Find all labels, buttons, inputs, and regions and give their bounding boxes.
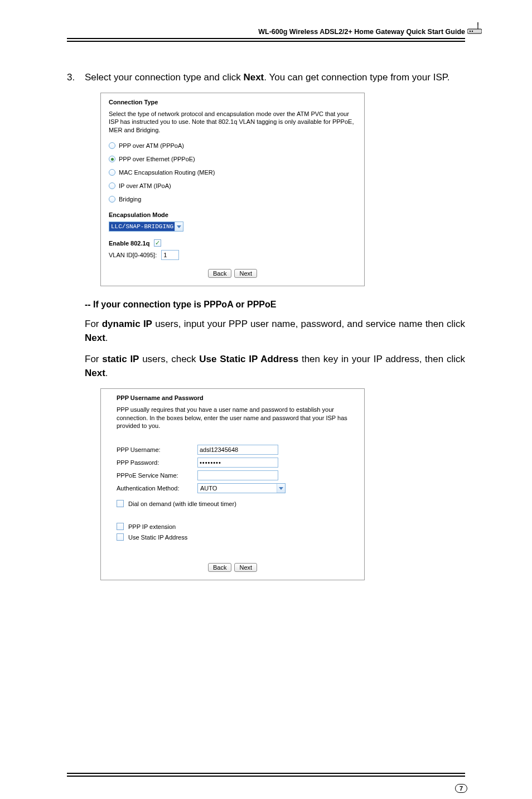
page-number: 7 [455,784,467,793]
radio-ipoa[interactable]: IP over ATM (IPoA) [109,182,356,189]
password-label: PPP Password: [117,459,197,466]
radio-label: IP over ATM (IPoA) [119,182,171,189]
back-button[interactable]: Back [208,563,231,572]
radio-mer[interactable]: MAC Encapsulation Routing (MER) [109,169,356,176]
footer-rule [67,776,465,777]
panel-desc: PPP usually requires that you have a use… [117,406,349,431]
text-part: For [85,319,102,329]
panel-title: PPP Username and Password [117,394,349,401]
auth-method-label: Authentication Method: [117,485,197,492]
text-part: . [105,333,108,343]
radio-bridging[interactable]: Bridging [109,196,356,203]
dial-on-demand-label: Dial on demand (with idle timeout timer) [128,500,236,507]
radio-label: PPP over Ethernet (PPPoE) [119,156,195,162]
password-input[interactable]: •••••••• [197,458,278,468]
step-text-bold: Next [243,72,264,83]
subsection-heading: -- If your connection type is PPPoA or P… [85,300,465,310]
back-button[interactable]: Back [208,269,231,278]
footer-rule [67,773,465,774]
step-number: 3. [67,71,85,85]
chevron-down-icon [175,222,183,231]
username-label: PPP Username: [117,446,197,453]
radio-label: PPP over ATM (PPPoA) [119,142,184,149]
panel-title: Connection Type [109,99,356,105]
radio-icon [109,196,115,203]
text-part: then key in your IP address, then click [298,354,465,364]
service-name-label: PPPoE Service Name: [117,472,197,479]
ppp-ip-extension-checkbox[interactable] [117,523,124,530]
username-input[interactable]: adsl12345648 [197,445,278,455]
router-icon [467,22,482,38]
select-value: LLC/SNAP-BRIDGING [109,222,175,231]
radio-icon [109,182,115,189]
step-text: Select your connection type and click Ne… [85,71,465,85]
service-name-input[interactable] [197,470,278,480]
radio-label: Bridging [119,196,141,203]
vlan-id-label: VLAN ID[0-4095]: [109,252,157,258]
encapsulation-label: Encapsulation Mode [109,211,356,218]
ppp-ip-extension-label: PPP IP extension [128,523,176,530]
use-static-ip-checkbox[interactable] [117,533,124,541]
radio-icon [109,156,115,162]
subsection-para: For dynamic IP users, input your PPP use… [85,317,465,345]
text-part: users, input your PPP user name, passwor… [152,319,465,329]
use-static-ip-label: Use Static IP Address [128,534,187,541]
enable-8021q-label: Enable 802.1q [109,240,149,247]
text-part: . [105,368,108,378]
svg-point-4 [472,31,473,32]
text-bold: static IP [102,354,139,364]
vlan-id-input[interactable]: 1 [161,250,179,260]
radio-pppoa[interactable]: PPP over ATM (PPPoA) [109,142,356,149]
encapsulation-select[interactable]: LLC/SNAP-BRIDGING [109,222,183,232]
header-rule [67,38,465,39]
connection-type-panel: Connection Type Select the type of netwo… [100,93,365,287]
radio-pppoe[interactable]: PPP over Ethernet (PPPoE) [109,156,356,162]
svg-point-3 [470,31,471,32]
header-rule [67,41,465,42]
text-bold: Next [85,333,105,343]
header-title: WL-600g Wireless ADSL2/2+ Home Gateway Q… [67,28,465,36]
radio-label: MAC Encapsulation Routing (MER) [119,169,215,176]
dial-on-demand-checkbox[interactable] [117,500,124,507]
text-part: For [85,354,102,364]
text-bold: Use Static IP Address [199,354,298,364]
text-bold: dynamic IP [102,319,152,329]
next-button[interactable]: Next [234,563,257,572]
radio-icon [109,169,115,176]
text-part: users, check [139,354,199,364]
enable-8021q-checkbox[interactable] [154,239,161,247]
step-text-part: Select your connection type and click [85,72,243,83]
chevron-down-icon [277,484,285,493]
select-value: AUTO [198,485,220,492]
panel-desc: Select the type of network protocol and … [109,110,356,135]
auth-method-select[interactable]: AUTO [197,483,286,493]
step-text-part: . You can get connection type from your … [264,72,449,83]
next-button[interactable]: Next [234,269,257,278]
text-bold: Next [85,368,105,378]
ppp-credentials-panel: PPP Username and Password PPP usually re… [100,388,365,581]
radio-icon [109,142,115,149]
subsection-para: For static IP users, check Use Static IP… [85,353,465,380]
